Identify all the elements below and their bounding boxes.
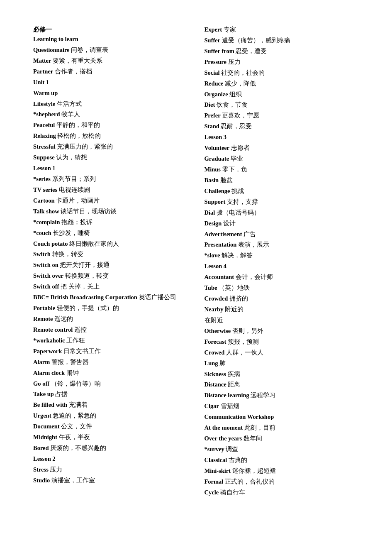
- entry-chinese: 表演，展示: [236, 241, 269, 248]
- list-item: Suffer 遭受（痛苦），感到疼痛: [205, 36, 359, 46]
- entry-english: *survey: [205, 446, 224, 452]
- entry-chinese: 古典的: [227, 457, 247, 463]
- entry-english: Partner: [33, 68, 53, 75]
- list-item: Unit 1: [33, 78, 188, 88]
- entry-chinese: 社交的，社会的: [220, 69, 265, 76]
- entry-chinese: 雪茄烟: [219, 403, 239, 409]
- entry-english: Portable: [33, 305, 55, 311]
- list-item: Design 设计: [205, 219, 359, 229]
- entry-chinese: 遭受（痛苦），感到疼痛: [220, 37, 290, 44]
- list-item: Midnight 午夜，半夜: [33, 433, 188, 443]
- entry-english: Stress: [33, 466, 49, 473]
- entry-chinese: 电视连续剧: [57, 186, 90, 193]
- entry-chinese: 演播室，工作室: [50, 477, 95, 484]
- entry-chinese: 正式的，合礼仪的: [223, 478, 275, 485]
- entry-english: Lifestyle: [33, 100, 55, 107]
- entry-english: Crowed: [205, 349, 225, 356]
- entry-english: *shepherd: [33, 111, 60, 117]
- entry-english: Questionnaire: [33, 46, 70, 53]
- list-item: BBC= British Broadcasting Corporation 英语…: [33, 293, 188, 303]
- entry-chinese: 把 关掉，关上: [59, 283, 99, 290]
- entry-english: Accountant: [205, 274, 234, 280]
- entry-english: Mini-skirt: [205, 467, 231, 474]
- entry-chinese: 肺: [218, 360, 226, 367]
- entry-english: Midnight: [33, 434, 57, 440]
- entry-chinese: 抱怨；投诉: [60, 219, 93, 225]
- list-item: Suffer from 忍受，遭受: [205, 46, 359, 56]
- entry-chinese: 毕业: [229, 155, 243, 162]
- entry-chinese: 平静的，和平的: [55, 122, 100, 128]
- entry-english: Basin: [205, 177, 219, 183]
- list-item: Remote control 遥控: [33, 325, 188, 335]
- list-item: TV series 电视连续剧: [33, 185, 188, 195]
- entry-chinese: 轻松的，放松的: [56, 132, 101, 139]
- entry-chinese: 拨（电话号码）: [215, 209, 260, 216]
- list-item: Presentation 表演，展示: [205, 240, 359, 250]
- list-item: Cigar 雪茄烟: [205, 401, 359, 411]
- entry-english: Graduate: [205, 155, 229, 162]
- list-item: Matter 要紧，有重大关系: [33, 56, 188, 66]
- entry-chinese: 日常文书工作: [62, 348, 101, 355]
- left-column: 必修一Learning to learnQuestionnaire 问卷，调查表…: [33, 25, 188, 498]
- entry-english: Bored: [33, 445, 49, 451]
- entry-chinese: 占据: [54, 391, 68, 397]
- list-item: Reduce 减少，降低: [205, 79, 359, 89]
- entry-chinese: 预报，预测: [226, 338, 259, 345]
- entry-english: Lesson 3: [205, 134, 227, 140]
- list-item: Sickness 疾病: [205, 369, 359, 379]
- list-item: Learning to learn: [33, 34, 188, 44]
- list-item: Crowded 拥挤的: [205, 294, 359, 304]
- entry-english: Sickness: [205, 371, 226, 377]
- entry-english: Suffer: [205, 37, 221, 44]
- entry-chinese: 牧羊人: [60, 111, 80, 117]
- list-item: Diet 饮食，节食: [205, 100, 359, 110]
- list-item: Basin 脸盆: [205, 176, 359, 186]
- list-item: Switch over 转换频道，转变: [33, 271, 188, 281]
- entry-english: Cigar: [205, 403, 219, 409]
- list-item: Pressure 压力: [205, 57, 359, 67]
- entry-chinese: 数年间: [242, 435, 262, 442]
- entry-chinese: 广告: [242, 231, 256, 237]
- list-item: Social 社交的，社会的: [205, 68, 359, 78]
- entry-english: Otherwise: [205, 328, 231, 334]
- entry-chinese: 充满着: [67, 401, 88, 408]
- entry-chinese: 工作狂: [65, 337, 85, 344]
- entry-english: Document: [33, 423, 60, 430]
- list-item: Suppose 认为，猜想: [33, 153, 188, 163]
- list-item: Lesson 2: [33, 454, 188, 464]
- entry-chinese: 问卷，调查表: [70, 46, 109, 53]
- list-item: Prefer 更喜欢，宁愿: [205, 111, 359, 121]
- list-item: Bored 厌烦的，不感兴趣的: [33, 443, 188, 453]
- entry-chinese: 挑战: [230, 188, 244, 194]
- entry-chinese: 解决，解答: [220, 252, 253, 259]
- entry-chinese: 饮食，节食: [215, 101, 248, 108]
- entry-english: Relaxing: [33, 132, 56, 139]
- list-item: Over the years 数年间: [205, 434, 359, 444]
- list-item: Volunteer 志愿者: [205, 143, 359, 153]
- entry-chinese: 骑自行车: [219, 489, 245, 496]
- list-item: Mini-skirt 迷你裙，超短裙: [205, 466, 359, 476]
- list-item: Studio 演播室，工作室: [33, 476, 188, 486]
- entry-english: Forecast: [205, 338, 226, 345]
- entry-chinese: 卡通片，动画片: [55, 197, 100, 204]
- list-item: Urgent 急迫的，紧急的: [33, 411, 188, 421]
- entry-english: Switch over: [33, 272, 63, 279]
- entry-chinese: 远程学习: [249, 392, 276, 399]
- entry-english: Communication Workshop: [205, 413, 274, 420]
- entry-chinese: 专家: [222, 26, 236, 33]
- entry-chinese: 人群，一伙人: [224, 349, 263, 356]
- list-item: Be filled with 充满着: [33, 400, 188, 410]
- entry-english: Be filled with: [33, 401, 67, 408]
- entry-english: Volunteer: [205, 144, 230, 151]
- list-item: Portable 轻便的，手提（式）的: [33, 303, 188, 313]
- list-item: *shepherd 牧羊人: [33, 110, 188, 120]
- entry-chinese: 压力: [49, 466, 63, 473]
- entry-chinese: 迷你裙，超短裙: [231, 467, 276, 474]
- list-item: Go off （铃，爆竹等）响: [33, 379, 188, 389]
- entry-english: Switch: [33, 251, 51, 257]
- entry-chinese: 转换，转变: [51, 251, 83, 257]
- list-item: Tube （英）地铁: [205, 283, 359, 293]
- entry-english: *complain: [33, 219, 60, 225]
- list-item: Otherwise 否则，另外: [205, 326, 359, 336]
- entry-english: Distance: [205, 381, 226, 388]
